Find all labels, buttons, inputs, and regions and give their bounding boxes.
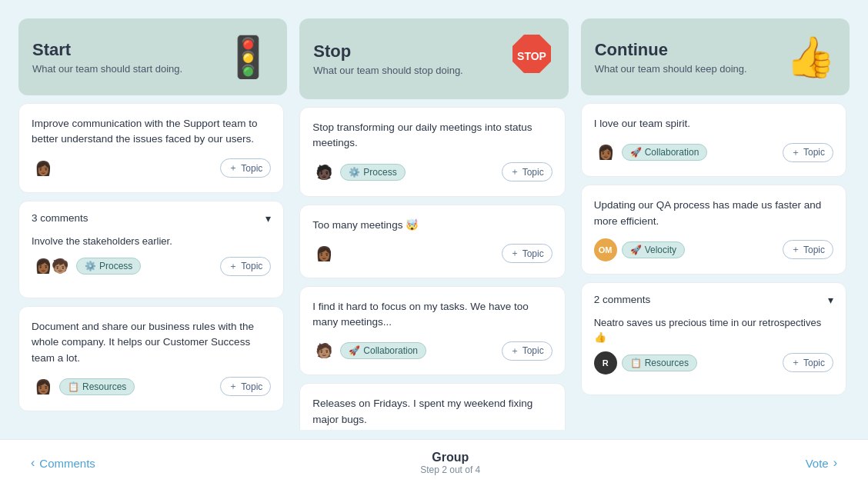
continue-column: Continue What our team should keep doing… bbox=[581, 18, 850, 430]
add-topic-button[interactable]: ＋ Topic bbox=[220, 377, 271, 396]
plus-icon: ＋ bbox=[229, 380, 238, 393]
chevron-down-icon: ▾ bbox=[828, 294, 833, 306]
svg-text:STOP: STOP bbox=[517, 50, 546, 62]
comment-item: Involve the stakeholders earlier. 👩🏾 🧒🏽 … bbox=[32, 234, 271, 278]
plus-icon: ＋ bbox=[791, 146, 800, 159]
continue-cards: I love our team spirit. 👩🏾 🚀 Collaborati… bbox=[581, 103, 850, 430]
stop-title: Stop bbox=[313, 42, 462, 62]
back-button[interactable]: ‹ Comments bbox=[31, 456, 95, 470]
process-tag[interactable]: ⚙️ Process bbox=[76, 258, 141, 275]
plus-icon: ＋ bbox=[791, 356, 800, 369]
stop-card-1-left: 🧑🏿 ⚙️ Process bbox=[312, 161, 405, 184]
avatar: 👩🏾 bbox=[594, 141, 617, 164]
resources-tag[interactable]: 📋 Resources bbox=[59, 378, 135, 395]
add-topic-button[interactable]: ＋ Topic bbox=[220, 158, 271, 178]
stop-column: Stop What our team should stop doing. ST… bbox=[299, 18, 568, 430]
continue-header-text: Continue What our team should keep doing… bbox=[595, 40, 747, 75]
continue-card-2: Updating our QA process has made us fast… bbox=[581, 185, 846, 275]
stop-card-3-text: I find it hard to focus on my tasks. We … bbox=[312, 299, 552, 331]
stop-card-3-left: 🧑🏽 🚀 Collaboration bbox=[312, 339, 426, 362]
comment-text: Involve the stakeholders earlier. bbox=[32, 234, 271, 249]
start-title: Start bbox=[32, 40, 182, 60]
start-card-1-footer: 👩🏾 ＋ Topic bbox=[32, 157, 271, 180]
stop-card-2-text: Too many meetings 🤯 bbox=[312, 218, 552, 233]
start-comments-count: 3 comments bbox=[32, 212, 88, 224]
start-cards: Improve communication with the Support t… bbox=[18, 103, 287, 430]
continue-card-2-left: OM 🚀 Velocity bbox=[594, 238, 685, 261]
plus-icon: ＋ bbox=[791, 243, 800, 256]
velocity-icon: 🚀 bbox=[630, 245, 642, 255]
chevron-down-icon: ▾ bbox=[265, 212, 271, 225]
comment-footer: 👩🏾 🧒🏽 ⚙️ Process ＋ Topic bbox=[32, 255, 271, 278]
start-comments-body: Involve the stakeholders earlier. 👩🏾 🧒🏽 … bbox=[32, 234, 271, 278]
avatar-r: R bbox=[594, 351, 617, 374]
add-topic-button[interactable]: ＋ Topic bbox=[783, 143, 833, 162]
start-card-1: Improve communication with the Support t… bbox=[18, 103, 284, 193]
continue-card-1-text: I love our team spirit. bbox=[594, 116, 833, 131]
process-label: Process bbox=[363, 167, 396, 178]
stop-card-1-text: Stop transforming our daily meetings int… bbox=[312, 120, 552, 151]
velocity-label: Velocity bbox=[645, 245, 676, 255]
plus-icon: ＋ bbox=[229, 260, 238, 273]
continue-comments-card: 2 comments ▾ Neatro saves us precious ti… bbox=[581, 282, 846, 395]
stop-subtitle: What our team should stop doing. bbox=[313, 65, 462, 76]
start-subtitle: What our team should start doing. bbox=[32, 63, 182, 75]
start-card-2-text: Document and share our business rules wi… bbox=[32, 319, 271, 366]
chevron-left-icon: ‹ bbox=[31, 456, 35, 470]
add-topic-button[interactable]: ＋ Topic bbox=[502, 244, 553, 263]
stop-card-1-footer: 🧑🏿 ⚙️ Process ＋ Topic bbox=[312, 161, 552, 184]
stop-card-4-text: Releases on Fridays. I spent my weekend … bbox=[312, 396, 552, 428]
forward-button[interactable]: Vote › bbox=[806, 456, 837, 470]
comment-item: Neatro saves us precious time in our ret… bbox=[594, 315, 833, 374]
add-topic-button[interactable]: ＋ Topic bbox=[502, 341, 553, 361]
collaboration-label: Collaboration bbox=[645, 147, 699, 158]
continue-comments-header[interactable]: 2 comments ▾ bbox=[594, 294, 833, 306]
continue-header: Continue What our team should keep doing… bbox=[581, 18, 850, 95]
back-label: Comments bbox=[39, 457, 95, 470]
start-card-1-avatars: 👩🏾 bbox=[32, 157, 55, 180]
start-card-2: Document and share our business rules wi… bbox=[18, 306, 284, 411]
resources-icon: 📋 bbox=[68, 381, 79, 392]
continue-card-2-text: Updating our QA process has made us fast… bbox=[594, 198, 833, 229]
start-column: Start What our team should start doing. … bbox=[18, 18, 287, 430]
add-topic-button[interactable]: ＋ Topic bbox=[220, 257, 271, 276]
comment-text: Neatro saves us precious time in our ret… bbox=[594, 315, 833, 345]
collaboration-label: Collaboration bbox=[363, 345, 418, 356]
start-card-1-text: Improve communication with the Support t… bbox=[32, 116, 271, 148]
nav-subtitle: Step 2 out of 4 bbox=[420, 464, 480, 475]
main-content: Start What our team should start doing. … bbox=[0, 0, 868, 439]
start-card-2-avatars: 👩🏾 📋 Resources bbox=[32, 375, 135, 398]
avatar: 👩🏾 bbox=[32, 375, 55, 398]
add-topic-button[interactable]: ＋ Topic bbox=[783, 353, 833, 372]
process-icon: ⚙️ bbox=[85, 261, 96, 271]
plus-icon: ＋ bbox=[510, 165, 519, 178]
stop-card-4: Releases on Fridays. I spent my weekend … bbox=[299, 383, 565, 430]
start-icon: 🚦 bbox=[223, 37, 273, 77]
start-header-text: Start What our team should start doing. bbox=[32, 40, 182, 75]
comment-avatars: 👩🏾 🧒🏽 ⚙️ Process bbox=[32, 255, 141, 278]
continue-card-1-footer: 👩🏾 🚀 Collaboration ＋ Topic bbox=[594, 141, 833, 164]
stop-icon: STOP bbox=[509, 31, 555, 87]
start-comments-header[interactable]: 3 comments ▾ bbox=[32, 212, 271, 225]
nav-center: Group Step 2 out of 4 bbox=[420, 451, 480, 475]
collaboration-icon: 🚀 bbox=[630, 147, 642, 158]
continue-icon: 👍 bbox=[786, 37, 836, 77]
start-comments-card: 3 comments ▾ Involve the stakeholders ea… bbox=[18, 201, 284, 299]
forward-label: Vote bbox=[806, 457, 829, 470]
continue-title: Continue bbox=[595, 40, 747, 60]
avatar: 🧑🏿 bbox=[312, 161, 336, 184]
collaboration-tag[interactable]: 🚀 Collaboration bbox=[622, 144, 708, 161]
add-topic-button[interactable]: ＋ Topic bbox=[783, 240, 833, 259]
plus-icon: ＋ bbox=[510, 345, 519, 358]
resources-tag[interactable]: 📋 Resources bbox=[622, 355, 697, 371]
stop-card-3: I find it hard to focus on my tasks. We … bbox=[299, 286, 565, 376]
velocity-tag[interactable]: 🚀 Velocity bbox=[622, 241, 685, 258]
collaboration-tag[interactable]: 🚀 Collaboration bbox=[340, 342, 426, 359]
add-topic-button[interactable]: ＋ Topic bbox=[502, 162, 553, 181]
bottom-nav: ‹ Comments Group Step 2 out of 4 Vote › bbox=[0, 439, 868, 486]
process-label: Process bbox=[99, 261, 132, 271]
process-tag[interactable]: ⚙️ Process bbox=[340, 164, 405, 181]
avatar: 👩🏾 bbox=[312, 242, 336, 265]
continue-subtitle: What our team should keep doing. bbox=[595, 63, 747, 75]
chevron-right-icon: › bbox=[833, 456, 837, 470]
